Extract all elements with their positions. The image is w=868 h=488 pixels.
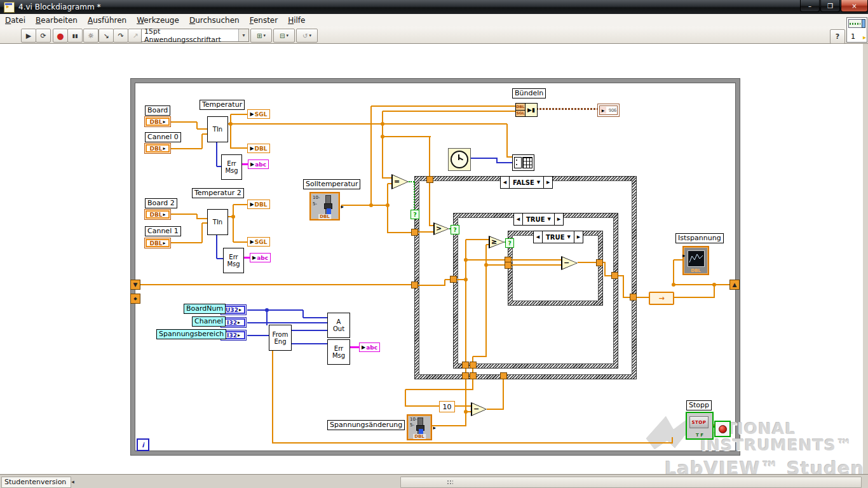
feedback-node[interactable]: → (649, 292, 674, 305)
wire[interactable] (247, 335, 269, 336)
wire[interactable] (623, 276, 624, 298)
tunnel[interactable] (596, 259, 603, 266)
wire[interactable] (272, 349, 273, 444)
wire[interactable] (201, 223, 203, 243)
greater-node[interactable]: > (433, 222, 449, 235)
wire[interactable] (370, 106, 372, 206)
horizontal-scrollbar-thumb[interactable] (400, 477, 862, 488)
tunnel[interactable] (411, 229, 418, 236)
iteration-terminal[interactable]: i (137, 438, 149, 451)
close-button[interactable]: × (841, 0, 868, 12)
wire[interactable] (171, 242, 202, 243)
slider-control-solltemperatur[interactable]: 10- 5- DBL ▸ (309, 192, 340, 220)
control-terminal-board[interactable]: DBL▸ (144, 116, 171, 127)
wire[interactable] (231, 147, 248, 149)
subvi-a-out[interactable]: A Out (327, 313, 350, 338)
wire[interactable] (432, 425, 466, 426)
wire[interactable] (197, 218, 207, 219)
indicator-sgl-2[interactable]: ▶SGL (247, 237, 270, 247)
wire[interactable] (674, 259, 683, 261)
wire[interactable] (512, 264, 562, 266)
wire[interactable] (303, 317, 327, 318)
menu-werkzeuge[interactable]: Werkzeuge (132, 15, 184, 26)
case-prev-icon[interactable]: ◀ (534, 231, 543, 243)
wire[interactable] (714, 285, 715, 298)
wire[interactable] (382, 111, 383, 179)
reorder-button[interactable]: ↺▾ (296, 29, 318, 43)
wire[interactable] (383, 111, 515, 112)
boolean-wire[interactable] (414, 182, 415, 210)
indicator-sgl-1[interactable]: ▶SGL (247, 109, 270, 119)
wire[interactable] (201, 134, 203, 149)
run-continuous-button[interactable]: ⟳ (36, 29, 51, 43)
case-selector-label-inner[interactable]: ◀ TRUE▼ ▶ (533, 231, 583, 243)
subvi-tin-1[interactable]: TIn (207, 116, 228, 142)
wire[interactable] (230, 114, 231, 149)
wire[interactable] (231, 114, 248, 115)
wire[interactable] (465, 379, 466, 426)
greater-equal-node[interactable]: ≥ (489, 236, 505, 248)
tunnel[interactable] (462, 372, 469, 379)
wire[interactable] (444, 280, 445, 286)
wire[interactable] (637, 297, 649, 298)
label-stopp[interactable]: Stopp (686, 400, 712, 410)
tunnel[interactable] (462, 362, 469, 369)
case-selector-terminal[interactable]: ? (505, 238, 514, 248)
tunnel[interactable] (630, 294, 637, 301)
wire[interactable] (171, 148, 202, 149)
case-selector-label-middle[interactable]: ◀ TRUE▼ ▶ (513, 213, 564, 226)
vi-icon-thumbnail[interactable]: 1 ▸ (846, 17, 867, 43)
menu-hilfe[interactable]: Hilfe (283, 15, 310, 26)
maximize-button[interactable]: ❐ (820, 0, 840, 12)
wire[interactable] (388, 232, 412, 233)
menu-durchsuchen[interactable]: Durchsuchen (184, 15, 245, 26)
shift-register-left-element[interactable]: ◆ (130, 294, 140, 304)
tunnel[interactable] (411, 281, 418, 288)
tunnel[interactable] (426, 176, 433, 183)
waveform-chart-istspannung[interactable]: ▸ DBL (682, 246, 709, 275)
indicator-abc-1[interactable]: ▶abc (248, 159, 269, 169)
cluster-wire[interactable] (536, 108, 597, 110)
wire[interactable] (302, 310, 304, 318)
wire[interactable] (672, 437, 673, 444)
wire[interactable] (197, 128, 207, 130)
stop-button-terminal[interactable]: STOP T F ▸ (686, 412, 714, 440)
subvi-from-eng[interactable]: From Eng (269, 325, 292, 351)
menu-bearbeiten[interactable]: Bearbeiten (31, 15, 83, 26)
wire[interactable] (496, 158, 498, 163)
tunnel[interactable] (470, 372, 477, 379)
control-terminal-cannel0[interactable]: DBL▸ (144, 143, 171, 154)
wire[interactable] (266, 310, 268, 325)
slider-control-spannungsaenderung[interactable]: 10- 5- DBL ▸ (407, 414, 432, 440)
step-over-button[interactable]: ↷ (113, 29, 128, 43)
wire[interactable] (202, 222, 207, 224)
case-selector-terminal[interactable]: ? (451, 225, 459, 234)
case-prev-icon[interactable]: ◀ (514, 214, 523, 225)
wire[interactable] (429, 183, 430, 226)
case-selector-terminal[interactable]: ? (410, 210, 419, 219)
build-array-node[interactable] (512, 154, 534, 171)
wire[interactable] (233, 204, 248, 205)
case-selector-label-outer[interactable]: ◀ FALSE▼ ▶ (500, 176, 553, 189)
wire[interactable] (487, 409, 504, 410)
indicator-abc-3[interactable]: ▶abc (359, 342, 380, 352)
highlight-execution-button[interactable]: ☼ (83, 29, 98, 43)
wire[interactable] (196, 122, 198, 129)
wire[interactable] (387, 184, 388, 233)
label-board2[interactable]: Board 2 (145, 198, 177, 208)
control-terminal-board2[interactable]: DBL▸ (144, 209, 171, 220)
font-selector[interactable]: 15pt Anwendungsschriftart ▾ (141, 29, 249, 42)
wire[interactable] (216, 233, 217, 259)
wire[interactable] (429, 137, 430, 177)
wire[interactable] (506, 124, 508, 158)
wire[interactable] (485, 245, 487, 357)
distribute-objects-button[interactable]: ⊟▾ (273, 29, 295, 43)
wire[interactable] (672, 297, 715, 298)
indicator-dbl-1[interactable]: ▶DBL (247, 144, 270, 153)
wire[interactable] (473, 356, 487, 357)
subvi-errmsg-3[interactable]: Err Msg (327, 339, 350, 365)
indicator-abc-2[interactable]: ▶abc (250, 253, 271, 262)
bundle-node[interactable]: DBLSGL ▶▮ (515, 103, 538, 117)
tunnel[interactable] (470, 362, 477, 369)
tunnel[interactable] (505, 262, 512, 269)
